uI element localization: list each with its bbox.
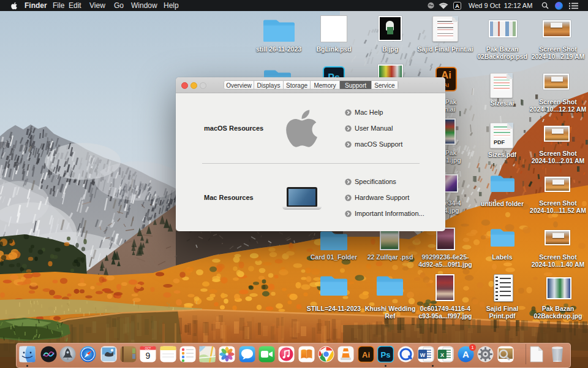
svg-text:9: 9 xyxy=(146,351,151,361)
svg-text:X: X xyxy=(440,352,444,358)
svg-text:A: A xyxy=(462,349,469,359)
svg-text:OCT: OCT xyxy=(145,347,151,350)
svg-text:Ai: Ai xyxy=(362,350,370,359)
svg-text:Ps: Ps xyxy=(381,350,391,359)
svg-text:W: W xyxy=(420,352,426,358)
